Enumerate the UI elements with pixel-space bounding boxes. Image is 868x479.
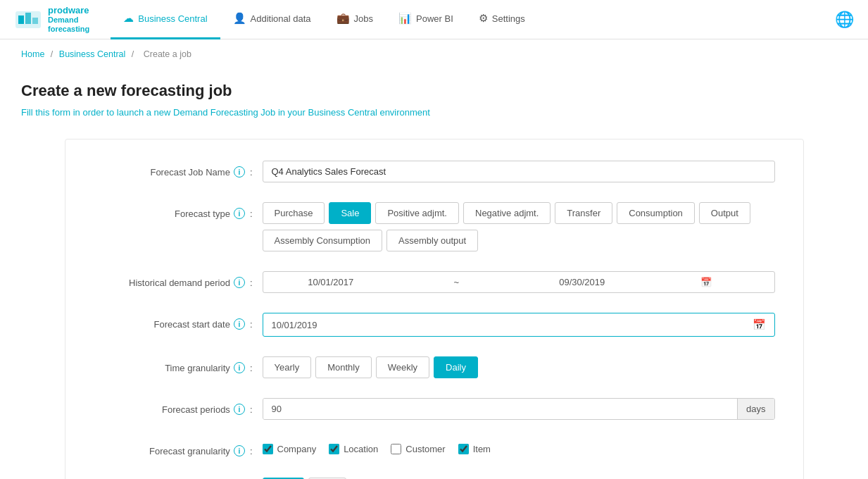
forecast-start-label: Forecast start date i : — [94, 313, 263, 330]
breadcrumb-home[interactable]: Home — [21, 49, 44, 59]
return-data-yes-no-group: Yes No — [263, 476, 775, 479]
return-data-label: Return data to Business Central i : — [94, 476, 263, 479]
btn-weekly[interactable]: Weekly — [376, 356, 429, 378]
forecast-type-info-icon[interactable]: i — [234, 208, 245, 219]
breadcrumb: Home / Business Central / Create a job — [0, 39, 868, 65]
calendar-icon[interactable]: 📅 — [647, 277, 766, 287]
forecast-granularity-checkbox-group: Company Location Customer Item — [263, 440, 775, 454]
svg-rect-2 — [25, 13, 31, 24]
granularity-company-checkbox[interactable] — [263, 444, 273, 454]
forecast-periods-input[interactable] — [263, 399, 738, 419]
job-name-input[interactable] — [263, 161, 775, 182]
svg-rect-1 — [18, 15, 24, 24]
forecast-type-control: Purchase Sale Positive adjmt. Negative a… — [263, 202, 775, 251]
forecast-type-label: Forecast type i : — [94, 202, 263, 219]
cloud-icon: ☁ — [123, 12, 134, 25]
btn-negative-adjmt[interactable]: Negative adjmt. — [463, 202, 551, 224]
btn-assembly-consumption[interactable]: Assembly Consumption — [263, 230, 383, 251]
date-separator: ~ — [390, 277, 523, 287]
nav-item-additional-data[interactable]: 👤 Additional data — [220, 0, 324, 39]
page-title: Create a new forecasting job — [21, 82, 847, 100]
logo: prodware Demand forecasting — [14, 5, 89, 35]
forecast-periods-control: days — [263, 398, 775, 420]
granularity-item[interactable]: Item — [458, 444, 491, 454]
people-icon: 👤 — [233, 12, 246, 25]
btn-daily[interactable]: Daily — [434, 356, 478, 378]
form-card: Forecast Job Name i : Forecast type i : … — [65, 139, 804, 479]
form-row-job-name: Forecast Job Name i : — [94, 161, 775, 182]
forecast-periods-info-icon[interactable]: i — [234, 404, 245, 415]
chart-icon: 📊 — [398, 12, 412, 25]
logo-text: prodware Demand forecasting — [48, 5, 89, 35]
svg-rect-3 — [32, 18, 38, 24]
historical-demand-control: 10/01/2017 ~ 09/30/2019 📅 — [263, 271, 775, 293]
forecast-start-info-icon[interactable]: i — [234, 318, 245, 330]
btn-assembly-output[interactable]: Assembly output — [386, 230, 478, 251]
granularity-location[interactable]: Location — [329, 444, 378, 454]
globe-icon[interactable]: 🌐 — [835, 11, 854, 28]
form-row-forecast-type: Forecast type i : Purchase Sale Positive… — [94, 202, 775, 251]
forecast-type-btn-group-row2: Assembly Consumption Assembly output — [263, 230, 775, 251]
forecast-granularity-label: Forecast granularity i : — [94, 440, 263, 456]
job-name-label: Forecast Job Name i : — [94, 161, 263, 178]
btn-monthly[interactable]: Monthly — [315, 356, 372, 378]
btn-consumption[interactable]: Consumption — [617, 202, 695, 224]
breadcrumb-sep2: / — [132, 49, 134, 59]
forecast-granularity-control: Company Location Customer Item — [263, 440, 775, 454]
return-data-control: Yes No — [263, 476, 775, 479]
forecast-start-date-input: 📅 — [263, 313, 775, 337]
job-name-info-icon[interactable]: i — [234, 166, 245, 178]
btn-yearly[interactable]: Yearly — [263, 356, 312, 378]
historical-demand-date-from: 10/01/2017 — [272, 277, 391, 287]
nav-item-jobs[interactable]: 💼 Jobs — [324, 0, 386, 39]
breadcrumb-business-central[interactable]: Business Central — [59, 49, 126, 59]
page-subtitle: Fill this form in order to launch a new … — [21, 107, 847, 118]
form-row-forecast-periods: Forecast periods i : days — [94, 398, 775, 420]
briefcase-icon: 💼 — [336, 12, 350, 25]
form-row-forecast-granularity: Forecast granularity i : Company Locatio… — [94, 440, 775, 456]
breadcrumb-current: Create a job — [144, 49, 191, 59]
page-content: Create a new forecasting job Fill this f… — [0, 65, 868, 479]
form-row-historical-demand: Historical demand period i : 10/01/2017 … — [94, 271, 775, 293]
gear-icon: ⚙ — [479, 12, 488, 25]
forecast-periods-label: Forecast periods i : — [94, 398, 263, 415]
form-row-return-data: Return data to Business Central i : Yes … — [94, 476, 775, 479]
navbar: prodware Demand forecasting ☁ Business C… — [0, 0, 868, 39]
btn-output[interactable]: Output — [699, 202, 750, 224]
nav-item-settings[interactable]: ⚙ Settings — [466, 0, 538, 39]
btn-transfer[interactable]: Transfer — [555, 202, 612, 224]
time-granularity-btn-group: Yearly Monthly Weekly Daily — [263, 356, 775, 378]
historical-demand-label: Historical demand period i : — [94, 271, 263, 288]
nav-right: 🌐 — [835, 11, 854, 29]
nav-links: ☁ Business Central 👤 Additional data 💼 J… — [111, 0, 835, 39]
granularity-customer-checkbox[interactable] — [391, 444, 401, 454]
logo-icon — [14, 6, 42, 34]
form-row-forecast-start: Forecast start date i : 📅 — [94, 313, 775, 337]
btn-positive-adjmt[interactable]: Positive adjmt. — [375, 202, 459, 224]
forecast-type-btn-group-row1: Purchase Sale Positive adjmt. Negative a… — [263, 202, 775, 224]
forecast-start-date-field[interactable] — [272, 320, 747, 330]
granularity-location-checkbox[interactable] — [329, 444, 339, 454]
breadcrumb-sep1: / — [51, 49, 53, 59]
granularity-item-checkbox[interactable] — [458, 444, 469, 454]
periods-unit: days — [737, 399, 774, 419]
job-name-control — [263, 161, 775, 182]
forecast-start-control: 📅 — [263, 313, 775, 337]
forecast-start-calendar-icon[interactable]: 📅 — [753, 318, 766, 331]
time-granularity-label: Time granularity i : — [94, 356, 263, 373]
granularity-company[interactable]: Company — [263, 444, 317, 454]
btn-purchase[interactable]: Purchase — [263, 202, 325, 224]
historical-demand-info-icon[interactable]: i — [234, 277, 245, 288]
time-granularity-control: Yearly Monthly Weekly Daily — [263, 356, 775, 378]
nav-item-power-bi[interactable]: 📊 Power BI — [386, 0, 466, 39]
nav-item-business-central[interactable]: ☁ Business Central — [111, 0, 220, 39]
granularity-customer[interactable]: Customer — [391, 444, 445, 454]
form-row-time-granularity: Time granularity i : Yearly Monthly Week… — [94, 356, 775, 378]
btn-sale[interactable]: Sale — [329, 202, 371, 224]
time-granularity-info-icon[interactable]: i — [234, 362, 245, 373]
historical-demand-date-range: 10/01/2017 ~ 09/30/2019 📅 — [263, 271, 775, 293]
forecast-periods-wrap: days — [263, 398, 775, 420]
historical-demand-date-to: 09/30/2019 — [523, 277, 642, 287]
forecast-granularity-info-icon[interactable]: i — [234, 445, 245, 456]
